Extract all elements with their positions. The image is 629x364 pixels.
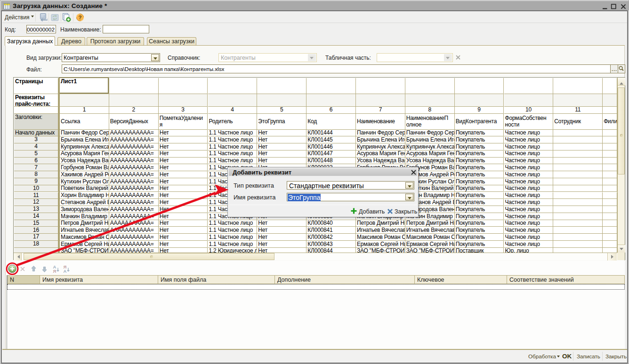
- svg-text:?: ?: [78, 15, 81, 20]
- svg-text:А: А: [64, 269, 67, 274]
- svg-text:Я: Я: [53, 269, 56, 274]
